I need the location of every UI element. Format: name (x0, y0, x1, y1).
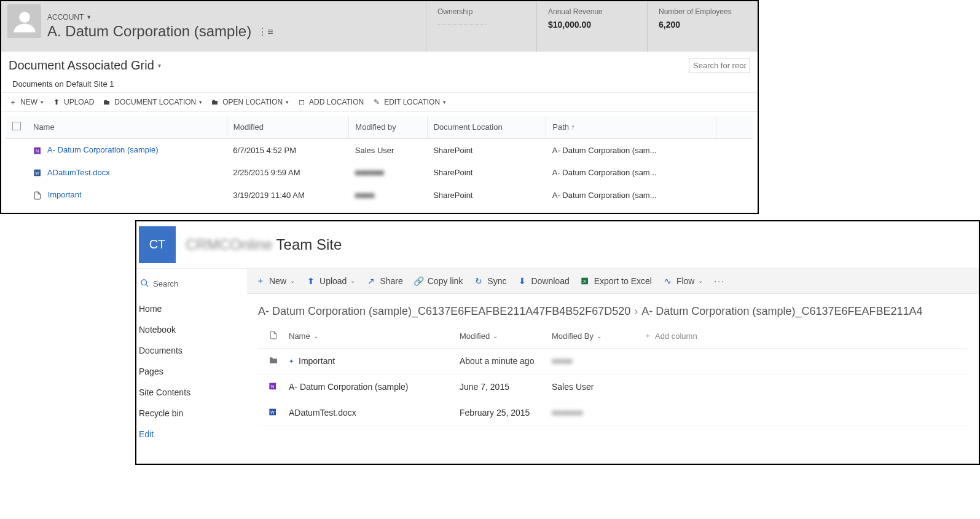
table-row[interactable]: W ADatumTest.docx2/25/2015 9:59 AM■■■■■■… (6, 162, 753, 184)
breadcrumb: A- Datum Corporation (sample)_C6137E6FEA… (247, 294, 979, 324)
svg-text:X: X (583, 278, 586, 283)
cell-modified: 6/7/2015 4:52 PM (227, 139, 348, 162)
list-icon[interactable]: ⋮≡ (257, 26, 273, 38)
nav-pages[interactable]: Pages (136, 361, 247, 382)
metric-empty (437, 25, 487, 25)
toolbar-icon: 🖿 (103, 98, 111, 106)
file-by: ■■■■■■ (552, 408, 644, 418)
sp-files-head: Name⌄ Modified⌄ Modified By⌄ ＋Add column (258, 324, 968, 349)
chevron-down-icon: ⌄ (493, 333, 498, 339)
documents-subtitle: Documents on Default Site 1 (1, 76, 758, 93)
grid-title[interactable]: Document Associated Grid ▾ (9, 58, 161, 73)
file-link[interactable]: ADatumTest.docx (47, 168, 110, 177)
nav-edit[interactable]: Edit (136, 424, 247, 445)
toolbar-edit-location[interactable]: ✎EDIT LOCATION ▾ (372, 98, 446, 106)
col-modified[interactable]: Modified (227, 116, 348, 139)
flow-icon: ∿ (663, 276, 673, 286)
new-indicator: ✦ (289, 358, 294, 365)
toolbar-icon: ◻ (297, 98, 306, 106)
search-input[interactable] (689, 58, 750, 73)
metric-label: Number of Employees (659, 7, 747, 16)
file-link[interactable]: Important (48, 190, 82, 199)
cmd-sync[interactable]: ↻Sync (474, 276, 506, 286)
chevron-down-icon: ⌄ (698, 277, 703, 284)
cmd-copy-link[interactable]: 🔗Copy link (414, 276, 463, 286)
svg-line-6 (146, 284, 148, 287)
col-modifiedby[interactable]: Modified by (349, 116, 427, 139)
file-name[interactable]: A- Datum Corporation (sample) (289, 382, 460, 392)
cmd-share[interactable]: ↗Share (366, 276, 402, 286)
word-icon: W (33, 168, 43, 178)
file-name[interactable]: ADatumTest.docx (289, 408, 460, 418)
toolbar-upload[interactable]: ⬆UPLOAD (52, 98, 94, 106)
site-prefix-blur: CRMCOnline (186, 236, 272, 253)
cmd-new[interactable]: ＋New ⌄ (256, 276, 295, 286)
col-name[interactable]: Name⌄ (289, 331, 460, 341)
cmd-more[interactable]: ··· (714, 276, 725, 286)
chevron-down-icon: ⌄ (597, 333, 602, 339)
cell-location: SharePoint (427, 184, 546, 207)
svg-point-0 (19, 12, 30, 23)
toolbar-open-location[interactable]: 🖿OPEN LOCATION ▾ (211, 98, 289, 106)
cell-modified: 2/25/2015 9:59 AM (227, 162, 348, 184)
col-documentlocation[interactable]: Document Location (427, 116, 546, 139)
col-modified-by[interactable]: Modified By⌄ (552, 331, 644, 341)
metrics: OwnershipAnnual Revenue$10,000.00Number … (426, 1, 758, 52)
select-all-checkbox[interactable] (12, 122, 21, 130)
caret-down-icon: ▾ (443, 99, 446, 105)
onenote-icon: N (258, 381, 289, 393)
toolbar-document-location[interactable]: 🖿DOCUMENT LOCATION ▾ (103, 98, 202, 106)
site-name-text: Team Site (276, 236, 342, 253)
caret-down-icon: ▾ (199, 99, 202, 105)
sp-files: Name⌄ Modified⌄ Modified By⌄ ＋Add column… (247, 324, 979, 426)
nav-home[interactable]: Home (136, 298, 247, 319)
download-icon: ⬇ (517, 276, 527, 286)
nav-recycle-bin[interactable]: Recycle bin (136, 403, 247, 424)
file-name[interactable]: ✦Important (289, 356, 460, 366)
upload-icon: ⬆ (306, 276, 316, 286)
nav-documents[interactable]: Documents (136, 340, 247, 361)
sharepoint-panel: CT CRMCOnline Team Site Search HomeNoteb… (135, 220, 980, 465)
sp-search[interactable]: Search (136, 270, 247, 298)
chevron-down-icon: ⌄ (290, 277, 295, 284)
entity-summary: ACCOUNT ▼ A. Datum Corporation (sample) … (47, 1, 336, 52)
table-row[interactable]: N A- Datum Corporation (sample)6/7/2015 … (6, 139, 753, 162)
file-link[interactable]: A- Datum Corporation (sample) (47, 145, 159, 154)
share-icon: ↗ (366, 276, 376, 286)
cell-location: SharePoint (427, 139, 546, 162)
crm-panel: ACCOUNT ▼ A. Datum Corporation (sample) … (0, 0, 759, 214)
metric-label: Annual Revenue (548, 7, 636, 16)
avatar (7, 4, 41, 38)
file-row[interactable]: NA- Datum Corporation (sample)June 7, 20… (258, 374, 968, 400)
breadcrumb-item[interactable]: A- Datum Corporation (sample)_C6137E6FEA… (641, 305, 922, 317)
col-name[interactable]: Name (27, 116, 227, 139)
sp-search-label: Search (153, 279, 178, 288)
col-modified[interactable]: Modified⌄ (460, 331, 552, 341)
folder-icon (258, 355, 289, 367)
chevron-down-icon: ▾ (158, 62, 161, 69)
file-row[interactable]: WADatumTest.docxFebruary 25, 2015■■■■■■ (258, 400, 968, 426)
cmd-download[interactable]: ⬇Download (517, 276, 569, 286)
toolbar-icon: ⬆ (52, 98, 61, 106)
nav-notebook[interactable]: Notebook (136, 319, 247, 340)
toolbar-new[interactable]: ＋NEW ▾ (9, 98, 44, 106)
entity-type-label[interactable]: ACCOUNT ▼ (47, 13, 336, 23)
plus-icon: ＋ (644, 330, 652, 341)
add-column[interactable]: ＋Add column (644, 330, 697, 341)
sync-icon: ↻ (474, 276, 484, 286)
breadcrumb-item[interactable]: A- Datum Corporation (sample)_C6137E6FEA… (258, 305, 630, 317)
col-path[interactable]: Path ↑ (546, 116, 716, 139)
file-row[interactable]: ✦ImportantAbout a minute ago■■■■ (258, 349, 968, 374)
nav-site-contents[interactable]: Site Contents (136, 382, 247, 403)
generic-icon (33, 191, 43, 200)
cmd-flow[interactable]: ∿Flow ⌄ (663, 276, 704, 286)
chevron-right-icon: › (634, 305, 638, 317)
svg-point-5 (141, 280, 147, 285)
cmd-export-to-excel[interactable]: XExport to Excel (581, 276, 652, 286)
toolbar-add-location[interactable]: ◻ADD LOCATION (297, 98, 364, 106)
cmd-upload[interactable]: ⬆Upload ⌄ (306, 276, 355, 286)
metric: Number of Employees6,200 (647, 1, 758, 52)
table-row[interactable]: Important3/19/2019 11:40 AM■■■■SharePoin… (6, 184, 753, 207)
toolbar-icon: 🖿 (211, 98, 219, 106)
svg-text:W: W (35, 171, 39, 175)
